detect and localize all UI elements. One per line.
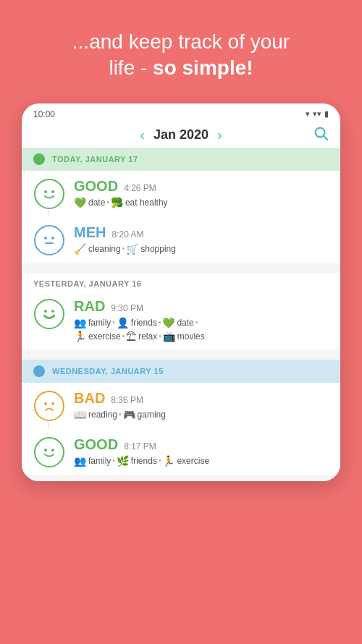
tag-exercise-label: exercise	[88, 331, 121, 342]
tag-date: 💚 date	[74, 197, 105, 208]
search-button[interactable]	[313, 125, 329, 145]
tag-separator: •	[106, 198, 109, 206]
wednesday-entries-card: BAD 8:36 PM 📖 reading • 🎮 gaming	[22, 383, 340, 475]
svg-point-2	[44, 190, 47, 193]
tag-family: 👥 family	[74, 317, 111, 329]
tag-movies-label: movies	[177, 331, 205, 342]
tag-friends: 👤 friends	[117, 317, 157, 329]
tag-family-label: family	[88, 318, 111, 328]
meh-mood-icon	[33, 224, 65, 256]
yesterday-header: YESTERDAY, JANUARY 16	[22, 274, 340, 291]
tag-date-label: date	[88, 198, 105, 208]
list-item[interactable]: GOOD 4:26 PM 💚 date • 🥦 eat healthy	[22, 171, 340, 217]
svg-point-9	[44, 402, 47, 405]
tag-shopping-label: shopping	[140, 244, 176, 254]
tag-sep: •	[122, 332, 125, 340]
tag-friends2-label: friends	[131, 456, 157, 466]
rad-mood-label: RAD	[74, 298, 105, 315]
wednesday-label: WEDNESDAY, JANUARY 15	[52, 367, 164, 376]
today-label: TODAY, JANUARY 17	[52, 155, 138, 164]
bad-time: 8:36 PM	[111, 395, 143, 405]
meh-mood-label: MEH	[74, 224, 106, 241]
tag-exercise2-label: exercise	[177, 456, 209, 466]
status-icons: ▾ ▾▾ ▮	[306, 109, 329, 119]
rad-tags2: 🏃 exercise • ⛱ relax • 📺 movie	[74, 331, 329, 342]
wifi-icon: ▾	[306, 109, 310, 119]
status-bar: 10:00 ▾ ▾▾ ▮	[22, 103, 340, 122]
list-item[interactable]: GOOD 8:17 PM 👥 family • 🌿 friends	[22, 429, 340, 475]
rad-time: 9:30 PM	[111, 303, 143, 313]
tag-sep: •	[195, 318, 198, 326]
header-line1: ...and keep track of your	[22, 29, 340, 55]
phone-mockup: 10:00 ▾ ▾▾ ▮ ‹ Jan 2020 › TODAY, JANUARY…	[22, 103, 340, 481]
exercise-icon: 🏃	[74, 331, 86, 342]
svg-point-12	[51, 449, 54, 452]
tag-relax: ⛱ relax	[126, 331, 157, 342]
heart-icon2: 💚	[162, 317, 174, 329]
day-section-yesterday: YESTERDAY, JANUARY 16 RA	[22, 274, 340, 349]
day-section-wednesday: WEDNESDAY, JANUARY 15	[22, 360, 340, 475]
meh-face	[34, 225, 64, 255]
next-month-button[interactable]: ›	[209, 127, 231, 143]
header-line2-normal: life -	[109, 56, 153, 79]
good-time: 4:26 PM	[124, 183, 156, 193]
gaming-icon: 🎮	[123, 409, 135, 420]
day-section-today: TODAY, JANUARY 17	[22, 148, 340, 263]
list-item[interactable]: MEH 8:20 AM 🧹 cleaning • 🛒 shopping	[22, 217, 340, 263]
header-line2-bold: so simple!	[153, 56, 253, 79]
calendar-content: TODAY, JANUARY 17	[22, 148, 340, 481]
tag-sep: •	[119, 410, 122, 418]
prev-month-button[interactable]: ‹	[131, 127, 153, 143]
meh-tags: 🧹 cleaning • 🛒 shopping	[74, 243, 329, 255]
cleaning-icon: 🧹	[74, 243, 86, 255]
healthy-icon: 🥦	[111, 197, 123, 208]
svg-point-3	[51, 190, 54, 193]
today-entries-card: GOOD 4:26 PM 💚 date • 🥦 eat healthy	[22, 171, 340, 263]
tag-exercise2: 🏃 exercise	[162, 455, 209, 467]
svg-point-8	[51, 310, 54, 313]
header-section: ...and keep track of your life - so simp…	[0, 0, 362, 103]
good-mood-icon	[33, 178, 65, 210]
rad-entry-content: RAD 9:30 PM 👥 family • 👤 friends	[74, 298, 329, 342]
friends-icon: 👤	[117, 317, 129, 329]
good2-time: 8:17 PM	[124, 441, 156, 452]
timeline-line	[49, 210, 49, 217]
svg-point-4	[44, 237, 47, 240]
good2-face	[34, 437, 64, 467]
bad-entry-content: BAD 8:36 PM 📖 reading • 🎮 gaming	[74, 390, 329, 420]
tag-movies: 📺 movies	[163, 331, 205, 342]
tag-cleaning: 🧹 cleaning	[74, 243, 121, 255]
heart-icon: 💚	[74, 197, 86, 208]
wednesday-dot	[33, 365, 45, 377]
signal-icon: ▾▾	[313, 109, 321, 119]
tag-sep: •	[159, 457, 161, 465]
month-year-label: Jan 2020	[153, 127, 209, 143]
header-line2: life - so simple!	[22, 55, 340, 81]
friends-icon2: 🌿	[117, 455, 129, 467]
bad-mood-label: BAD	[74, 390, 105, 407]
tag-date2-label: date	[177, 318, 193, 328]
tag-eat-healthy: 🥦 eat healthy	[111, 197, 168, 208]
family-icon: 👥	[74, 317, 86, 329]
bad-mood-icon	[33, 390, 65, 422]
tag-friends-label: friends	[131, 318, 157, 328]
rad-face	[34, 299, 64, 329]
family-icon2: 👥	[74, 455, 86, 467]
bad-face	[34, 391, 64, 421]
svg-point-10	[51, 402, 54, 405]
tag-gaming: 🎮 gaming	[123, 409, 166, 420]
good2-entry-content: GOOD 8:17 PM 👥 family • 🌿 friends	[74, 436, 329, 467]
tag-exercise: 🏃 exercise	[74, 331, 121, 342]
timeline-line2	[49, 422, 49, 429]
svg-point-7	[44, 310, 47, 313]
meh-time: 8:20 AM	[111, 229, 143, 240]
tag-reading-label: reading	[88, 410, 117, 420]
tag-date2: 💚 date	[162, 317, 193, 329]
meh-entry-content: MEH 8:20 AM 🧹 cleaning • 🛒 shopping	[74, 224, 329, 255]
good2-mood-icon	[33, 436, 65, 468]
list-item[interactable]: RAD 9:30 PM 👥 family • 👤 friends	[22, 291, 340, 349]
reading-icon: 📖	[74, 409, 86, 420]
tag-sep: •	[112, 457, 115, 465]
good2-tags: 👥 family • 🌿 friends • 🏃 exer	[74, 455, 329, 467]
list-item[interactable]: BAD 8:36 PM 📖 reading • 🎮 gaming	[22, 383, 340, 429]
